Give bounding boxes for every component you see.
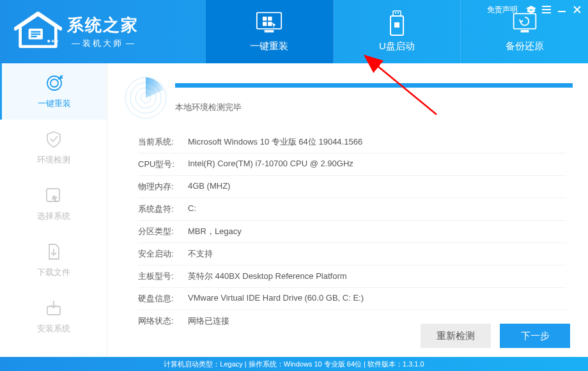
status-text: 计算机启动类型：Legacy | 操作系统：Windows 10 专业版 64位… xyxy=(164,359,424,369)
info-row-cpu: CPU型号: Intel(R) Core(TM) i7-10700 CPU @ … xyxy=(138,154,566,176)
main-panel: 本地环境检测完毕 当前系统: Microsoft Windows 10 专业版 … xyxy=(107,63,588,357)
tab-backup-label: 备份还原 xyxy=(506,40,544,52)
info-row-partition: 分区类型: MBR，Legacy xyxy=(138,221,566,243)
shield-check-icon xyxy=(44,130,63,149)
sidebar-item-label: 下载文件 xyxy=(37,267,70,278)
info-label: 安全启动: xyxy=(138,248,188,260)
info-label: 物理内存: xyxy=(138,181,188,193)
download-file-icon xyxy=(44,242,63,262)
logo-text: 系统之家 装机大师 xyxy=(67,14,139,49)
statusbar: 计算机启动类型：Legacy | 操作系统：Windows 10 专业版 64位… xyxy=(0,357,588,371)
info-value: 英特尔 440BX Desktop Reference Platform xyxy=(188,271,566,282)
info-label: 当前系统: xyxy=(138,136,188,148)
info-row-hdd: 硬盘信息: VMware Virtual IDE Hard Drive (60.… xyxy=(138,288,566,310)
svg-rect-12 xyxy=(268,22,272,26)
sidebar-item-label: 环境检测 xyxy=(37,154,70,166)
info-label: 系统盘符: xyxy=(138,203,188,215)
info-label: 主板型号: xyxy=(138,271,188,282)
info-label: 硬盘信息: xyxy=(138,293,188,304)
app-subtitle: 装机大师 xyxy=(67,38,139,49)
info-value: VMware Virtual IDE Hard Drive (60.0 GB, … xyxy=(188,293,566,304)
header: 系统之家 装机大师 一键重装 xyxy=(0,0,588,63)
info-value: 4GB (MHZ) xyxy=(188,181,566,193)
info-value: Intel(R) Core(TM) i7-10700 CPU @ 2.90GHz xyxy=(188,159,566,170)
button-row: 重新检测 下一步 xyxy=(421,324,570,348)
next-button[interactable]: 下一步 xyxy=(500,324,570,348)
svg-rect-23 xyxy=(558,11,566,12)
minimize-icon[interactable] xyxy=(556,4,568,15)
sidebar-item-install[interactable]: 安装系统 xyxy=(0,288,107,345)
sidebar-item-download[interactable]: 下载文件 xyxy=(0,232,107,288)
info-row-disk: 系统盘符: C: xyxy=(138,198,566,221)
svg-rect-14 xyxy=(395,12,396,13)
info-list: 当前系统: Microsoft Windows 10 专业版 64位 19044… xyxy=(123,131,573,332)
svg-rect-9 xyxy=(263,17,267,20)
detect-status: 本地环境检测完毕 xyxy=(175,102,573,113)
svg-rect-1 xyxy=(31,31,40,33)
graduation-icon[interactable] xyxy=(525,4,537,15)
svg-rect-19 xyxy=(520,30,529,33)
svg-point-5 xyxy=(52,40,54,42)
svg-rect-13 xyxy=(393,11,401,16)
info-row-memory: 物理内存: 4GB (MHZ) xyxy=(138,176,566,198)
menu-icon[interactable] xyxy=(541,4,552,15)
disclaimer-link[interactable]: 免责声明 xyxy=(487,4,518,15)
svg-point-6 xyxy=(56,40,58,42)
svg-rect-8 xyxy=(265,30,274,33)
svg-rect-3 xyxy=(31,36,36,37)
info-label: CPU型号: xyxy=(138,159,188,170)
sidebar-item-label: 选择系统 xyxy=(37,210,70,222)
svg-rect-22 xyxy=(542,12,551,13)
detect-header: 本地环境检测完毕 xyxy=(123,75,573,121)
sidebar-item-detect[interactable]: 环境检测 xyxy=(0,120,107,176)
svg-rect-15 xyxy=(398,12,399,13)
progress-bar xyxy=(175,83,573,88)
redetect-button[interactable]: 重新检测 xyxy=(421,324,491,348)
info-row-secureboot: 安全启动: 不支持 xyxy=(138,243,566,265)
radar-icon xyxy=(123,75,169,121)
info-row-os: 当前系统: Microsoft Windows 10 专业版 64位 19044… xyxy=(138,131,566,154)
svg-rect-2 xyxy=(31,33,40,35)
svg-rect-11 xyxy=(263,22,267,26)
tab-usb-boot-label: U盘启动 xyxy=(379,40,415,52)
info-value: C: xyxy=(188,203,566,215)
info-value: Microsoft Windows 10 专业版 64位 19044.1566 xyxy=(188,136,566,148)
app-title: 系统之家 xyxy=(67,14,139,36)
info-value: 不支持 xyxy=(188,248,566,260)
titlebar-buttons: 免责声明 xyxy=(487,4,583,15)
target-icon xyxy=(45,74,64,93)
app-logo-icon xyxy=(14,11,62,52)
info-row-motherboard: 主板型号: 英特尔 440BX Desktop Reference Platfo… xyxy=(138,265,566,288)
svg-rect-10 xyxy=(268,17,272,20)
info-value: MBR，Legacy xyxy=(188,226,566,237)
sidebar: 一键重装 环境检测 选择系统 下载文件 安装系统 xyxy=(0,63,107,357)
install-box-icon xyxy=(44,299,63,318)
monitor-icon xyxy=(256,11,282,35)
svg-point-4 xyxy=(47,40,50,42)
sidebar-item-label: 安装系统 xyxy=(37,323,70,335)
cursor-box-icon xyxy=(44,186,63,205)
tab-reinstall[interactable]: 一键重装 xyxy=(206,0,334,63)
sidebar-item-reinstall[interactable]: 一键重装 xyxy=(0,63,107,120)
usb-drive-icon xyxy=(383,11,410,35)
close-icon[interactable] xyxy=(571,4,583,15)
svg-point-25 xyxy=(50,79,58,87)
progress-area: 本地环境检测完毕 xyxy=(175,83,573,113)
tab-usb-boot[interactable]: U盘启动 xyxy=(334,0,461,63)
svg-rect-21 xyxy=(542,9,551,10)
info-label: 网络状态: xyxy=(138,315,188,327)
sidebar-item-label: 一键重装 xyxy=(38,98,71,109)
logo-area: 系统之家 装机大师 xyxy=(0,0,206,63)
svg-rect-17 xyxy=(394,22,399,28)
sidebar-item-select[interactable]: 选择系统 xyxy=(0,176,107,232)
tab-reinstall-label: 一键重装 xyxy=(250,40,288,52)
svg-rect-18 xyxy=(513,13,536,29)
info-label: 分区类型: xyxy=(138,226,188,237)
body: 一键重装 环境检测 选择系统 下载文件 安装系统 xyxy=(0,63,588,357)
svg-rect-20 xyxy=(542,6,551,7)
